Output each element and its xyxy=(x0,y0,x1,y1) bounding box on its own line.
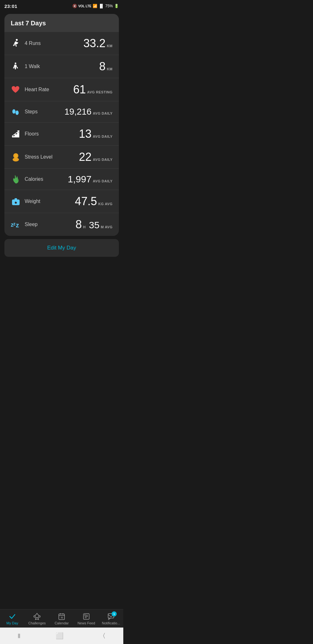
runs-label: 4 Runs xyxy=(25,41,83,46)
steps-number: 19,216 xyxy=(64,107,92,116)
sleep-minutes: 35 xyxy=(89,220,99,230)
stat-row-floors[interactable]: Floors 13 AVG DAILY xyxy=(4,123,119,146)
status-icons: 🔇 VOL LTE 📶 ▐▌ 75% 🔋 xyxy=(72,4,119,8)
svg-point-1 xyxy=(15,63,16,64)
svg-text:z: z xyxy=(13,221,15,226)
stats-card: Last 7 Days 4 Runs 33.2 KM 1 Walk xyxy=(4,14,119,236)
svg-point-0 xyxy=(16,39,18,41)
floors-number: 13 xyxy=(79,128,91,140)
runs-value: 33.2 KM xyxy=(83,38,113,49)
steps-unit: AVG DAILY xyxy=(93,111,113,115)
heart-unit: AVG RESTING xyxy=(87,90,113,94)
walk-value: 8 KM xyxy=(99,61,113,72)
walk-unit: KM xyxy=(107,67,113,71)
stat-row-stress[interactable]: Stress Level 22 AVG DAILY xyxy=(4,146,119,169)
heart-number: 61 xyxy=(73,84,86,95)
floors-icon xyxy=(11,129,25,139)
stat-row-calories[interactable]: Calories 1,997 AVG DAILY xyxy=(4,169,119,190)
walk-label: 1 Walk xyxy=(25,64,99,69)
stat-row-heart[interactable]: Heart Rate 61 AVG RESTING xyxy=(4,78,119,101)
mute-icon: 🔇 xyxy=(72,4,77,8)
heart-icon xyxy=(11,85,25,94)
weight-unit: KG AVG xyxy=(98,202,113,206)
signal-icon: ▐▌ xyxy=(99,4,104,8)
svg-point-2 xyxy=(12,109,15,114)
sleep-h-unit: H xyxy=(83,225,86,229)
battery-icon: 🔋 xyxy=(114,4,119,8)
lte-icon: VOL LTE xyxy=(78,4,91,8)
stat-row-sleep[interactable]: z z z Sleep 8 H 35 M AVG xyxy=(4,213,119,236)
wifi-icon: 📶 xyxy=(93,4,97,8)
stat-row-walk[interactable]: 1 Walk 8 KM xyxy=(4,55,119,78)
svg-rect-11 xyxy=(15,198,17,200)
calories-number: 1,997 xyxy=(68,174,91,184)
stress-number: 22 xyxy=(79,151,91,163)
stat-row-runs[interactable]: 4 Runs 33.2 KM xyxy=(4,32,119,55)
edit-my-day-button[interactable]: Edit My Day xyxy=(4,239,119,257)
sleep-value: 8 H 35 M AVG xyxy=(76,219,113,230)
steps-value: 19,216 AVG DAILY xyxy=(64,107,113,116)
runs-number: 33.2 xyxy=(83,38,106,49)
sleep-m-unit: M AVG xyxy=(101,225,113,229)
card-title: Last 7 Days xyxy=(11,20,46,27)
stress-unit: AVG DAILY xyxy=(93,158,113,161)
battery-text: 75% xyxy=(105,4,113,8)
walk-number: 8 xyxy=(99,61,106,72)
stat-row-steps[interactable]: Steps 19,216 AVG DAILY xyxy=(4,101,119,123)
heart-label: Heart Rate xyxy=(25,87,73,92)
svg-text:z: z xyxy=(16,222,19,228)
calories-unit: AVG DAILY xyxy=(93,179,113,183)
weight-value: 47.5 KG AVG xyxy=(75,196,113,207)
sleep-hours: 8 xyxy=(76,219,82,230)
stress-label: Stress Level xyxy=(25,154,79,160)
steps-label: Steps xyxy=(25,109,64,115)
status-time: 23:01 xyxy=(4,3,17,9)
stat-row-weight[interactable]: Weight 47.5 KG AVG xyxy=(4,190,119,213)
floors-label: Floors xyxy=(25,131,79,137)
weight-icon xyxy=(11,196,25,206)
run-icon xyxy=(11,38,25,48)
card-header: Last 7 Days xyxy=(4,14,119,32)
stress-value: 22 AVG DAILY xyxy=(79,151,113,163)
walk-icon xyxy=(11,62,25,71)
sleep-icon: z z z xyxy=(11,221,25,228)
svg-rect-6 xyxy=(17,132,19,137)
floors-unit: AVG DAILY xyxy=(93,135,113,138)
sleep-label: Sleep xyxy=(25,222,76,227)
weight-number: 47.5 xyxy=(75,196,97,207)
svg-rect-4 xyxy=(12,136,15,137)
status-bar: 23:01 🔇 VOL LTE 📶 ▐▌ 75% 🔋 xyxy=(0,0,123,11)
stress-icon xyxy=(11,152,25,162)
runs-unit: KM xyxy=(107,44,113,48)
svg-rect-5 xyxy=(15,134,17,137)
weight-label: Weight xyxy=(25,199,75,204)
calories-value: 1,997 AVG DAILY xyxy=(68,174,113,184)
calories-label: Calories xyxy=(25,176,68,182)
floors-value: 13 AVG DAILY xyxy=(79,128,113,140)
heart-value: 61 AVG RESTING xyxy=(73,84,113,95)
calories-icon xyxy=(11,174,25,184)
svg-point-3 xyxy=(15,110,19,115)
steps-icon xyxy=(11,107,25,117)
